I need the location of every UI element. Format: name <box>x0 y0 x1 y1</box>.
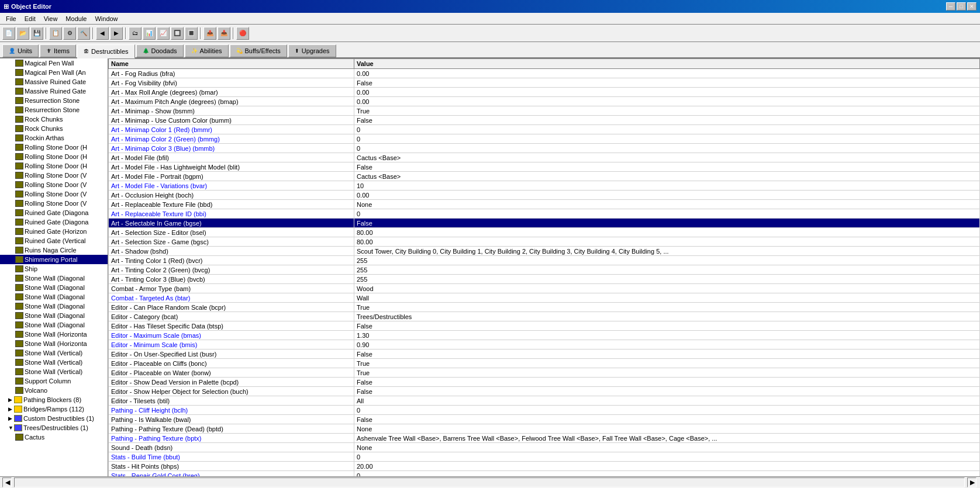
property-row[interactable]: Stats - Repair Gold Cost (breg)0 <box>109 471 980 477</box>
tree-item[interactable]: Stone Wall (Diagonal <box>0 274 108 283</box>
property-row[interactable]: Pathing - Cliff Height (bclh)0 <box>109 406 980 415</box>
tab-abilities[interactable]: ✨ Abilities <box>185 44 229 57</box>
toolbar-btn9[interactable]: 🗂 <box>129 27 142 40</box>
minimize-button[interactable]: ─ <box>946 2 955 11</box>
property-row[interactable]: Pathing - Pathing Texture (bptx)Ashenval… <box>109 434 980 443</box>
tree-item[interactable]: Ruins Naga Circle <box>0 245 108 255</box>
property-row[interactable]: Art - Model File - Portrait (bgpm)Cactus… <box>109 172 980 181</box>
tree-item[interactable]: Rolling Stone Door (V <box>0 171 108 180</box>
menu-file[interactable]: File <box>2 14 20 23</box>
tree-item[interactable]: ▼Trees/Destructibles (1) <box>0 423 108 432</box>
property-row[interactable]: Art - Replaceable Texture File (bbd)None <box>109 200 980 209</box>
toolbar-btn13[interactable]: 🔳 <box>185 27 198 40</box>
property-row[interactable]: Editor - Show Dead Version in Palette (b… <box>109 378 980 387</box>
property-row[interactable]: Editor - Placeable on Water (bonw)True <box>109 368 980 378</box>
toolbar-btn12[interactable]: 🔲 <box>171 27 184 40</box>
tree-item[interactable]: Resurrection Stone <box>0 96 108 105</box>
folder-expand-icon[interactable]: ▶ <box>8 416 14 421</box>
tree-item[interactable]: ▶Custom Destructibles (1) <box>0 414 108 423</box>
toolbar-btn4[interactable]: 📋 <box>49 27 62 40</box>
status-right-scroll[interactable]: ▶ <box>967 477 976 487</box>
properties-panel[interactable]: Name Value Art - Fog Radius (bfra)0.00Ar… <box>108 58 980 476</box>
toolbar-new[interactable]: 📄 <box>2 27 15 40</box>
property-row[interactable]: Art - Replaceable Texture ID (bbi)0 <box>109 209 980 219</box>
tree-item[interactable]: Rock Chunks <box>0 124 108 133</box>
tab-destructibles[interactable]: 🏚 Destructibles <box>77 44 135 58</box>
property-row[interactable]: Sound - Death (bdsn)None <box>109 443 980 452</box>
tree-item[interactable]: ▶Bridges/Ramps (112) <box>0 404 108 414</box>
property-row[interactable]: Editor - Category (bcat)Trees/Destructib… <box>109 312 980 321</box>
toolbar-btn5[interactable]: ⚙ <box>63 27 76 40</box>
menu-window[interactable]: Window <box>91 14 121 23</box>
tree-item[interactable]: Cactus <box>0 432 108 442</box>
tree-item[interactable]: Stone Wall (Diagonal <box>0 311 108 320</box>
toolbar-btn16[interactable]: 🔴 <box>236 27 249 40</box>
tree-item[interactable]: Rolling Stone Door (V <box>0 189 108 199</box>
tree-item[interactable]: Rockin Arthas <box>0 133 108 143</box>
folder-expand-icon[interactable]: ▼ <box>8 425 14 431</box>
property-row[interactable]: Art - Selection Size - Editor (bsel)80.0… <box>109 228 980 237</box>
tab-doodads[interactable]: 🌲 Doodads <box>136 44 184 57</box>
property-row[interactable]: Art - Minimap Color 1 (Red) (bmmr)0 <box>109 125 980 134</box>
property-row[interactable]: Editor - Can Place Random Scale (bcpr)Tr… <box>109 303 980 312</box>
tree-item[interactable]: Stone Wall (Diagonal <box>0 283 108 292</box>
property-row[interactable]: Editor - Maximum Scale (bmas)1.30 <box>109 331 980 340</box>
tree-item[interactable]: Ruined Gate (Diagona <box>0 208 108 217</box>
tree-item[interactable]: Ruined Gate (Vertical <box>0 236 108 245</box>
tree-item[interactable]: Stone Wall (Horizonta <box>0 330 108 339</box>
property-row[interactable]: Editor - On User-Specified List (busr)Fa… <box>109 349 980 359</box>
property-row[interactable]: Stats - Hit Points (bhps)20.00 <box>109 462 980 471</box>
folder-expand-icon[interactable]: ▶ <box>8 397 14 403</box>
status-left-scroll[interactable]: ◀ <box>2 477 12 487</box>
tree-panel[interactable]: Magical Pen WallMagical Pen Wall (AnMass… <box>0 58 108 476</box>
titlebar-controls[interactable]: ─ □ ✕ <box>946 2 976 11</box>
menu-edit[interactable]: Edit <box>21 14 39 23</box>
property-row[interactable]: Editor - Tilesets (btil)All <box>109 396 980 406</box>
tree-item[interactable]: Support Column <box>0 376 108 386</box>
tree-item[interactable]: Shimmering Portal <box>0 255 108 264</box>
property-row[interactable]: Pathing - Is Walkable (bwal)False <box>109 415 980 424</box>
property-row[interactable]: Art - Occlusion Height (boch)0.00 <box>109 191 980 200</box>
tree-item[interactable]: Stone Wall (Diagonal <box>0 302 108 311</box>
tree-item[interactable]: ▶Pathing Blockers (8) <box>0 395 108 404</box>
toolbar-open[interactable]: 📂 <box>16 27 29 40</box>
property-row[interactable]: Art - Selection Size - Game (bgsc)80.00 <box>109 237 980 247</box>
property-row[interactable]: Art - Max Roll Angle (degrees) (bmar)0.0… <box>109 88 980 97</box>
tree-item[interactable]: Magical Pen Wall <box>0 58 108 68</box>
toolbar-btn7[interactable]: ◀ <box>96 27 109 40</box>
property-row[interactable]: Art - Minimap Color 2 (Green) (bmmg)0 <box>109 134 980 144</box>
tree-item[interactable]: Rock Chunks <box>0 115 108 124</box>
tree-item[interactable]: Resurrection Stone <box>0 105 108 115</box>
property-row[interactable]: Art - Selectable In Game (bgse)False <box>109 219 980 228</box>
property-row[interactable]: Editor - Placeable on Cliffs (bonc)True <box>109 359 980 368</box>
property-row[interactable]: Editor - Show Helper Object for Selectio… <box>109 387 980 396</box>
property-row[interactable]: Pathing - Pathing Texture (Dead) (bptd)N… <box>109 424 980 434</box>
toolbar-btn10[interactable]: 📊 <box>143 27 156 40</box>
property-row[interactable]: Art - Model File - Variations (bvar)10 <box>109 181 980 191</box>
toolbar-btn15[interactable]: 📥 <box>218 27 230 40</box>
tree-item[interactable]: Volcano <box>0 386 108 395</box>
tree-item[interactable]: Stone Wall (Vertical) <box>0 367 108 376</box>
property-row[interactable]: Art - Tinting Color 2 (Green) (bvcg)255 <box>109 265 980 275</box>
tree-item[interactable]: Stone Wall (Diagonal <box>0 320 108 330</box>
tree-item[interactable]: Rolling Stone Door (H <box>0 152 108 161</box>
tree-item[interactable]: Ruined Gate (Horizon <box>0 227 108 236</box>
tree-item[interactable]: Ship <box>0 264 108 274</box>
tab-buffs[interactable]: 💫 Buffs/Effects <box>230 44 287 57</box>
toolbar-btn11[interactable]: 📈 <box>157 27 170 40</box>
property-row[interactable]: Combat - Armor Type (bam)Wood <box>109 284 980 293</box>
status-hscroll[interactable] <box>14 477 965 487</box>
property-row[interactable]: Art - Fog Radius (bfra)0.00 <box>109 69 980 78</box>
property-row[interactable]: Art - Shadow (bshd)Scout Tower, City Bui… <box>109 247 980 256</box>
property-row[interactable]: Art - Fog Visibility (bfvi)False <box>109 78 980 88</box>
tab-upgrades[interactable]: ⬆ Upgrades <box>288 44 336 57</box>
tree-item[interactable]: Stone Wall (Horizonta <box>0 339 108 348</box>
property-row[interactable]: Art - Minimap - Use Custom Color (bumm)F… <box>109 116 980 125</box>
tab-units[interactable]: 👤 Units <box>2 44 39 57</box>
tree-item[interactable]: Massive Ruined Gate <box>0 86 108 96</box>
tree-item[interactable]: Ruined Gate (Diagona <box>0 217 108 227</box>
folder-expand-icon[interactable]: ▶ <box>8 406 14 412</box>
toolbar-btn14[interactable]: 📤 <box>203 27 216 40</box>
property-row[interactable]: Art - Minimap Color 3 (Blue) (bmmb)0 <box>109 144 980 153</box>
property-row[interactable]: Art - Tinting Color 3 (Blue) (bvcb)255 <box>109 275 980 284</box>
